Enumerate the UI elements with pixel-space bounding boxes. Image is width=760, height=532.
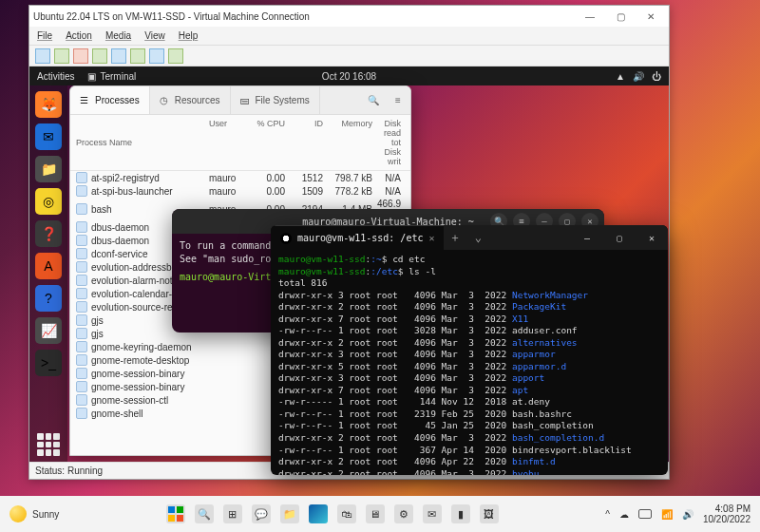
vm-menu-action[interactable]: Action [66,30,92,41]
tab-processes[interactable]: ☰Processes [70,86,150,114]
toolbar-start-icon[interactable] [54,48,69,64]
taskbar-weather[interactable]: Sunny [10,505,59,522]
ls-entry: -rw-r--r-- 1 root root 3028 Mar 3 2022 a… [278,325,660,337]
ls-entry: drwxr-xr-x 5 root root 4096 Mar 3 2022 a… [278,361,660,373]
firefox-icon[interactable]: 🦊 [35,91,62,118]
mail-icon[interactable]: ✉ [423,504,442,523]
settings-icon[interactable]: ⚙ [394,504,413,523]
toolbar-ctrl-alt-del-icon[interactable] [35,48,50,64]
sysmon-menu-button[interactable]: ≡ [386,86,410,114]
tray-chevron-icon[interactable]: ^ [605,509,610,520]
vm-menu-file[interactable]: File [37,30,52,41]
process-icon [76,185,87,197]
help2-icon[interactable]: ? [35,285,62,312]
sysmon-icon[interactable]: 📈 [35,317,62,344]
edge-icon[interactable] [309,504,328,523]
process-icon [76,354,87,366]
ubuntu-status-area[interactable]: ▲ 🔊 ⏻ [616,71,661,82]
process-icon [76,261,87,273]
vm-menubar: FileActionMediaViewHelp [29,27,669,46]
tray-language-icon[interactable] [638,509,652,519]
rhythmbox-icon[interactable]: ◎ [35,188,62,215]
vm-menu-help[interactable]: Help [179,30,199,41]
thunderbird-icon[interactable]: ✉ [35,124,62,150]
sysmon-columns-header[interactable]: Process Name User % CPU ID Memory Disk r… [70,115,410,171]
process-icon [76,235,87,246]
vm-menu-view[interactable]: View [144,30,165,41]
tab-filesystems[interactable]: 🖴File Systems [231,86,320,114]
term2-prompt-line: mauro@vm-w11-ssd::/etc$ ls -l [278,266,660,278]
ls-entry: drwxr-xr-x 3 root root 4096 Mar 3 2022 a… [278,372,660,385]
table-row[interactable]: at-spi2-registrydmauro0.001512798.7 kBN/… [70,171,410,184]
vm-menu-media[interactable]: Media [105,30,131,41]
taskbar-center: 🔍 ⊞ 💬 📁 🛍 🖥 ⚙ ✉ ▮ 🖼 [166,504,499,523]
chat-icon[interactable]: 💬 [252,504,271,523]
winterm-tabbar: mauro@vm-w11-ssd: /etc ✕ ＋ ⌄ — ▢ ✕ [271,225,668,250]
terminal-taskbar-icon[interactable]: ▮ [451,504,470,523]
toolbar-revert-icon[interactable] [168,48,183,64]
activities-button[interactable]: Activities [37,71,74,82]
active-app-label[interactable]: ▣ Terminal [87,71,136,82]
tray-wifi-icon[interactable]: 📶 [661,509,673,520]
vm-minimize-button[interactable]: — [576,8,604,25]
process-icon [76,368,87,379]
network-icon: ▲ [616,71,625,82]
tab-resources[interactable]: ◷Resources [150,86,231,114]
software-icon[interactable]: A [35,253,62,279]
vm-maximize-button[interactable]: ▢ [606,8,635,25]
toolbar-pause-icon[interactable] [111,48,126,64]
term2-total: total 816 [278,277,660,290]
winterm-minimize-button[interactable]: — [571,225,603,250]
vm-toolbar [29,46,669,66]
windows-terminal-window[interactable]: mauro@vm-w11-ssd: /etc ✕ ＋ ⌄ — ▢ ✕ mauro… [271,225,668,475]
ubuntu-topbar: Activities ▣ Terminal Oct 20 16:08 ▲ 🔊 ⏻ [29,66,669,86]
winterm-tab[interactable]: mauro@vm-w11-ssd: /etc ✕ [271,225,444,250]
taskbar-clock[interactable]: 4:08 PM 10/20/2022 [703,504,750,524]
ls-entry: drwxr-xr-x 7 root root 4096 Mar 3 2022 a… [278,385,660,397]
toolbar-checkpoint-icon[interactable] [149,48,164,64]
term2-prompt-line: mauro@vm-w11-ssd::~$ cd etc [278,254,660,266]
show-apps-button[interactable] [37,433,60,456]
toolbar-save-icon[interactable] [92,48,107,64]
files-icon[interactable]: 📁 [35,156,62,182]
explorer-icon[interactable]: 📁 [280,504,299,523]
tray-onedrive-icon[interactable]: ☁ [619,509,629,520]
search-button[interactable]: 🔍 [195,504,214,523]
toolbar-reset-icon[interactable] [130,48,145,64]
ubuntu-clock[interactable]: Oct 20 16:08 [322,71,376,82]
taskview-button[interactable]: ⊞ [223,504,242,523]
ls-entry: drwxr-xr-x 2 root root 4096 Apr 22 2020 … [278,456,660,468]
tux-icon [280,233,292,244]
process-icon [76,288,87,299]
process-icon [76,408,87,419]
store-icon[interactable]: 🛍 [337,504,356,523]
tray-volume-icon[interactable]: 🔊 [682,509,694,520]
sysmon-tabs: ☰Processes ◷Resources 🖴File Systems 🔍 ≡ [70,86,410,115]
ls-entry: drwxr-xr-x 2 root root 4096 Mar 3 2022 b… [278,468,660,475]
table-row[interactable]: at-spi-bus-launchermauro0.001509778.2 kB… [70,184,410,198]
terminal-icon[interactable]: >_ [35,350,62,376]
vm-close-button[interactable]: ✕ [636,8,665,25]
winterm-maximize-button[interactable]: ▢ [603,225,636,250]
help-icon[interactable]: ❓ [35,220,62,247]
windows-taskbar[interactable]: Sunny 🔍 ⊞ 💬 📁 🛍 🖥 ⚙ ✉ ▮ 🖼 ^ ☁ 📶 🔊 4:08 P… [0,496,760,532]
tab-close-icon[interactable]: ✕ [428,233,434,243]
start-button[interactable] [166,504,185,523]
ls-entry: -rw-r--r-- 1 root root 2319 Feb 25 2020 … [278,408,660,421]
winterm-close-button[interactable]: ✕ [636,225,668,250]
taskbar-systray[interactable]: ^ ☁ 📶 🔊 4:08 PM 10/20/2022 [605,504,750,524]
winterm-body[interactable]: mauro@vm-w11-ssd::~$ cd etc mauro@vm-w11… [271,250,668,475]
sysmon-search-button[interactable]: 🔍 [361,86,386,114]
power-icon: ⏻ [652,71,661,82]
terminal-indicator-icon: ▣ [87,71,96,82]
process-icon [76,301,87,313]
ls-entry: -rw-r----- 1 root root 144 Nov 12 2018 a… [278,396,660,408]
process-icon [76,328,87,339]
ls-entry: -rw-r--r-- 1 root root 367 Apr 14 2020 b… [278,445,660,457]
winterm-newtab-button[interactable]: ＋ [444,225,466,250]
toolbar-turnoff-icon[interactable] [73,48,88,64]
photos-icon[interactable]: 🖼 [480,504,499,523]
vm-titlebar[interactable]: Ubuntu 22.04 LTS on VM-W11-SSD - Virtual… [29,6,669,27]
hyperv-icon[interactable]: 🖥 [366,504,385,523]
winterm-dropdown-button[interactable]: ⌄ [466,225,489,250]
